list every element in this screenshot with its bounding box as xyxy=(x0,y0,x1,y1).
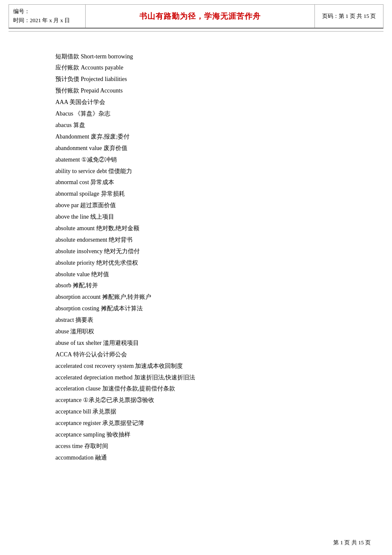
footer-page-info: 第 1 页 共 15 页 xyxy=(333,539,371,546)
list-item: accelerated cost recovery system 加速成本收回制… xyxy=(55,361,337,372)
list-item: acceleration clause 加速偿付条款,提前偿付条款 xyxy=(55,383,337,394)
list-item: abuse of tax shelter 滥用避税项目 xyxy=(55,338,337,349)
list-item: absorb 摊配,转并 xyxy=(55,280,337,291)
header-right: 页码：第 1 页 共 15 页 xyxy=(315,5,383,28)
list-item: above par 超过票面价值 xyxy=(55,200,337,211)
list-item: abstract 摘要表 xyxy=(55,315,337,326)
list-item: absolute endorsement 绝对背书 xyxy=(55,234,337,246)
list-item: abatement ①减免②冲销 xyxy=(55,154,337,165)
list-item: 短期借款 Short-term borrowing xyxy=(55,51,337,62)
list-item: acceptance register 承兑票据登记簿 xyxy=(55,418,337,429)
list-item: 应付账款 Accounts payable xyxy=(55,62,337,73)
list-item: ACCA 特许公认会计师公会 xyxy=(55,349,337,360)
header-separator xyxy=(9,31,383,32)
list-item: 预付账款 Prepaid Accounts xyxy=(55,85,337,96)
list-item: absolute amount 绝对数,绝对金额 xyxy=(55,223,337,234)
list-item: Abacus 《算盘》杂志 xyxy=(55,108,337,119)
list-item: abuse 滥用职权 xyxy=(55,326,337,337)
list-item: acceptance bill 承兑票据 xyxy=(55,406,337,417)
list-item: abandonment value 废弃价值 xyxy=(55,143,337,154)
header-date-label: 时间：2021 年 x 月 x 日 xyxy=(13,16,81,25)
list-item: absorption account 摊配账户,转并账户 xyxy=(55,292,337,303)
page-footer: 第 1 页 共 15 页 xyxy=(333,539,371,546)
list-item: Abandonment 废弃,报废;委付 xyxy=(55,131,337,142)
list-item: absorption costing 摊配成本计算法 xyxy=(55,303,337,314)
list-item: accommodation 融通 xyxy=(55,452,337,463)
list-item: absolute priority 绝对优先求偿权 xyxy=(55,257,337,269)
header-motto: 书山有路勤为径，学海无涯苦作舟 xyxy=(139,11,261,21)
list-item: acceptance sampling 验收抽样 xyxy=(55,429,337,440)
list-item: access time 存取时间 xyxy=(55,441,337,452)
list-item: absolute insolvency 绝对无力偿付 xyxy=(55,246,337,257)
list-item: AAA 美国会计学会 xyxy=(55,97,337,108)
main-content: 短期借款 Short-term borrowing应付账款 Accounts p… xyxy=(0,34,392,481)
list-item: abnormal cost 异常成本 xyxy=(55,177,337,188)
list-item: abnormal spoilage 异常损耗 xyxy=(55,188,337,199)
header-left: 编号： 时间：2021 年 x 月 x 日 xyxy=(9,5,86,28)
header-page-info: 页码：第 1 页 共 15 页 xyxy=(322,12,376,20)
header-number-label: 编号： xyxy=(13,7,81,16)
list-item: acceptance ①承兑②已承兑票据③验收 xyxy=(55,395,337,406)
page-header: 编号： 时间：2021 年 x 月 x 日 书山有路勤为径，学海无涯苦作舟 页码… xyxy=(9,4,383,29)
header-center: 书山有路勤为径，学海无涯苦作舟 xyxy=(86,5,315,28)
list-item: accelerated depreciation method 加速折旧法,快速… xyxy=(55,372,337,383)
list-item: ability to service debt 偿债能力 xyxy=(55,166,337,177)
list-item: absolute value 绝对值 xyxy=(55,269,337,280)
list-item: 预计负债 Projected liabilities xyxy=(55,74,337,85)
list-item: abacus 算盘 xyxy=(55,120,337,131)
list-item: above the line 线上项目 xyxy=(55,211,337,223)
